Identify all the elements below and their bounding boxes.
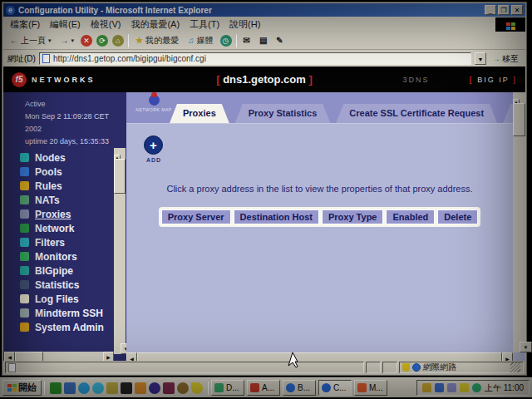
menu-tools[interactable]: 工具(T) [190, 18, 219, 31]
quicklaunch-icon[interactable] [121, 382, 132, 394]
edit-button[interactable]: ✎ [273, 35, 285, 46]
task-window-button[interactable]: B... [283, 380, 316, 396]
scroll-down-icon[interactable]: ▼ [121, 343, 126, 354]
quicklaunch-icon[interactable] [177, 382, 189, 394]
sidebar-item-mindterm-ssh[interactable]: Mindterm SSH [3, 306, 113, 320]
quicklaunch-icon[interactable] [106, 382, 118, 394]
menu-help[interactable]: 說明(H) [229, 18, 260, 31]
navigation-sidebar: Active Mon Sep 2 11:09:28 CET 2002 uptim… [3, 92, 126, 365]
resize-grip[interactable] [510, 362, 520, 372]
sidebar-item-monitors[interactable]: Monitors [3, 249, 113, 264]
favorites-button[interactable]: ★ 我的最愛 [133, 34, 181, 47]
menu-file[interactable]: 檔案(F) [10, 18, 40, 31]
forward-dropdown-icon[interactable]: ▾ [71, 37, 75, 44]
sidebar-vertical-scrollbar[interactable]: ▲ ▼ [114, 148, 126, 354]
toolbar-separator [236, 34, 237, 47]
maximize-button[interactable]: ❐ [498, 5, 510, 15]
content-vertical-scrollbar[interactable]: ▲ ▼ [513, 92, 525, 352]
column-header-delete[interactable]: Delete [437, 209, 478, 224]
network-map-widget[interactable]: NETWORK MAP [135, 95, 173, 112]
task-window-icon [250, 383, 259, 392]
quicklaunch-icon[interactable] [92, 382, 104, 394]
messenger-icon[interactable] [435, 383, 444, 392]
menu-edit[interactable]: 編輯(E) [50, 18, 81, 31]
column-header-proxy-server[interactable]: Proxy Server [161, 209, 231, 224]
sidebar-item-system-admin[interactable]: System Admin [3, 320, 113, 334]
nodes-icon [20, 153, 29, 162]
taskbar-separator [208, 382, 209, 395]
quicklaunch-icon[interactable] [78, 382, 90, 394]
menu-favorites[interactable]: 我的最愛(A) [131, 18, 180, 31]
quicklaunch-icon[interactable] [191, 382, 203, 394]
sidebar-item-proxies[interactable]: Proxies [3, 207, 113, 221]
quicklaunch-icon[interactable] [149, 382, 160, 394]
home-button[interactable]: ⌂ [112, 35, 124, 47]
logfiles-icon [20, 294, 29, 303]
mail-button[interactable]: ✉ [241, 35, 253, 46]
scrollbar-thumb[interactable] [513, 103, 525, 136]
tab-install-ssl-certificate[interactable]: Install SSL Certif [503, 104, 513, 123]
window-title: Configuration Utility - Microsoft Intern… [18, 6, 483, 15]
task-window-button[interactable]: M... [354, 380, 387, 396]
task-window-icon [322, 383, 331, 392]
column-header-enabled[interactable]: Enabled [386, 209, 435, 224]
ie-logo-icon: e [6, 6, 15, 15]
system-status-block: Active Mon Sep 2 11:09:28 CET 2002 uptim… [3, 92, 126, 148]
add-proxy-button[interactable]: + [144, 135, 163, 155]
forward-button[interactable]: → ▾ [58, 35, 77, 46]
quicklaunch-icon[interactable] [163, 382, 175, 394]
volume-icon[interactable] [422, 383, 431, 392]
history-button[interactable]: ◷ [220, 35, 232, 47]
print-icon: ▤ [259, 36, 267, 45]
stop-button[interactable]: ✕ [81, 35, 92, 47]
sidebar-item-statistics[interactable]: Statistics [3, 278, 113, 292]
sidebar-nav: Nodes Pools Rules NATs Proxies Network F… [3, 150, 113, 334]
quicklaunch-icon[interactable] [64, 382, 76, 394]
tab-create-ssl-certificate-request[interactable]: Create SSL Certificate Request [336, 104, 497, 123]
antivirus-icon[interactable] [472, 383, 481, 392]
update-icon[interactable] [460, 383, 469, 392]
print-button[interactable]: ▤ [257, 35, 269, 46]
start-button[interactable]: 開始 [2, 380, 42, 396]
status-bar: 網際網路 [3, 361, 525, 374]
sidebar-item-pools[interactable]: Pools [3, 165, 113, 179]
task-window-button[interactable]: A... [247, 380, 280, 396]
quick-launch-bar [47, 382, 205, 394]
sidebar-item-nodes[interactable]: Nodes [3, 150, 113, 165]
refresh-icon: ⟳ [99, 37, 106, 45]
address-input[interactable]: http://dns1.getop.com/bigipgui/bigconf.c… [39, 52, 471, 65]
title-bar[interactable]: e Configuration Utility - Microsoft Inte… [3, 3, 525, 17]
task-window-button-active[interactable]: C... [318, 380, 352, 396]
address-dropdown-icon[interactable]: ▼ [475, 52, 486, 65]
refresh-button[interactable]: ⟳ [96, 35, 108, 47]
close-button[interactable]: ✕ [511, 5, 523, 15]
tab-proxies[interactable]: Proxies [170, 104, 229, 123]
sidebar-item-log-files[interactable]: Log Files [3, 292, 113, 306]
go-button[interactable]: → 移至 [490, 53, 521, 65]
display-icon[interactable] [447, 383, 456, 392]
f5-brand-header: f5 NETWORKS [ dns1.getop.com ] 3DNS [ BI… [3, 66, 525, 92]
tab-proxy-statistics[interactable]: Proxy Statistics [235, 104, 331, 123]
favorites-icon: ★ [135, 36, 143, 45]
minimize-button[interactable]: _ [485, 5, 496, 15]
quicklaunch-icon[interactable] [50, 382, 62, 394]
media-button[interactable]: ♫ 媒體 [185, 34, 216, 47]
task-window-button[interactable]: D... [211, 380, 244, 396]
sidebar-item-nats[interactable]: NATs [3, 193, 113, 207]
sidebar-item-bigpipe[interactable]: BIGpipe [3, 264, 113, 278]
tray-clock[interactable]: 上午 11:00 [485, 382, 524, 394]
back-button[interactable]: ← 上一頁 ▾ [7, 34, 54, 47]
scroll-down-icon[interactable]: ▼ [520, 342, 532, 352]
menu-view[interactable]: 檢視(V) [91, 18, 121, 31]
scrollbar-thumb[interactable] [114, 159, 126, 194]
sidebar-item-filters[interactable]: Filters [3, 235, 113, 249]
internet-globe-icon [412, 363, 421, 372]
sidebar-item-rules[interactable]: Rules [3, 179, 113, 193]
quicklaunch-icon[interactable] [135, 382, 146, 394]
standard-toolbar: ← 上一頁 ▾ → ▾ ✕ ⟳ ⌂ ★ 我的最愛 ♫ 媒體 ◷ ✉ ▤ [3, 32, 525, 50]
sidebar-item-network[interactable]: Network [3, 221, 113, 235]
column-header-destination-host[interactable]: Destination Host [234, 209, 319, 224]
back-dropdown-icon[interactable]: ▾ [48, 37, 52, 44]
task-window-icon [357, 383, 367, 392]
column-header-proxy-type[interactable]: Proxy Type [322, 209, 384, 224]
